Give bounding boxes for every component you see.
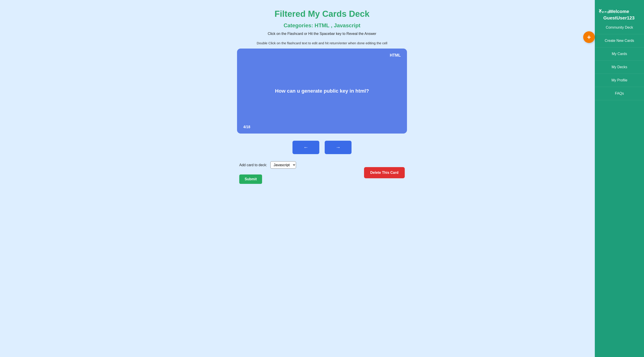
categories-title: Categories: HTML , Javascript [192, 22, 452, 29]
instructions: Click on the Flashcard or Hit the Spaceb… [192, 32, 452, 36]
prev-button[interactable]: ← [292, 141, 319, 154]
menu-label: MENU [599, 11, 610, 14]
flashcard[interactable]: HTML How can u generate public key in ht… [237, 48, 407, 134]
sidebar-item-create-new-cards[interactable]: Create New Cards [595, 34, 644, 48]
next-button[interactable]: → [325, 141, 352, 154]
delete-button[interactable]: Delete This Card [364, 167, 405, 178]
welcome-text: Welcome GuestUser123 [602, 8, 636, 21]
sidebar-item-my-decks[interactable]: My Decks [595, 60, 644, 74]
add-card-section: Add card to deck: HTML Javascript CSS Su… [239, 161, 296, 184]
sidebar-item-my-profile[interactable]: My Profile [595, 74, 644, 87]
deck-select[interactable]: HTML Javascript CSS [270, 161, 296, 169]
submit-button[interactable]: Submit [239, 174, 262, 184]
flashcard-question: How can u generate public key in html? [270, 84, 374, 98]
edit-instructions: Double Click on the flashcard text to ed… [192, 41, 452, 45]
plus-button[interactable]: + [583, 31, 595, 43]
sidebar-nav: Community Deck Create New Cards My Cards… [595, 21, 644, 100]
add-card-row: Add card to deck: HTML Javascript CSS [239, 161, 296, 169]
add-card-label: Add card to deck: [239, 163, 267, 167]
flashcard-counter: 4/18 [243, 125, 250, 129]
flashcard-container: HTML How can u generate public key in ht… [192, 48, 452, 134]
flashcard-category: HTML [390, 53, 401, 58]
sidebar-item-faqs[interactable]: FAQs [595, 87, 644, 100]
sidebar-item-community-deck[interactable]: Community Deck [595, 21, 644, 34]
sidebar: ✕ Welcome GuestUser123 MENU Community De… [595, 0, 644, 357]
page-title: Filtered My Cards Deck [192, 9, 452, 19]
nav-buttons: ← → [192, 141, 452, 154]
main-content: Filtered My Cards Deck Categories: HTML … [188, 0, 456, 193]
bottom-controls: Add card to deck: HTML Javascript CSS Su… [237, 161, 407, 184]
sidebar-item-my-cards[interactable]: My Cards [595, 48, 644, 60]
